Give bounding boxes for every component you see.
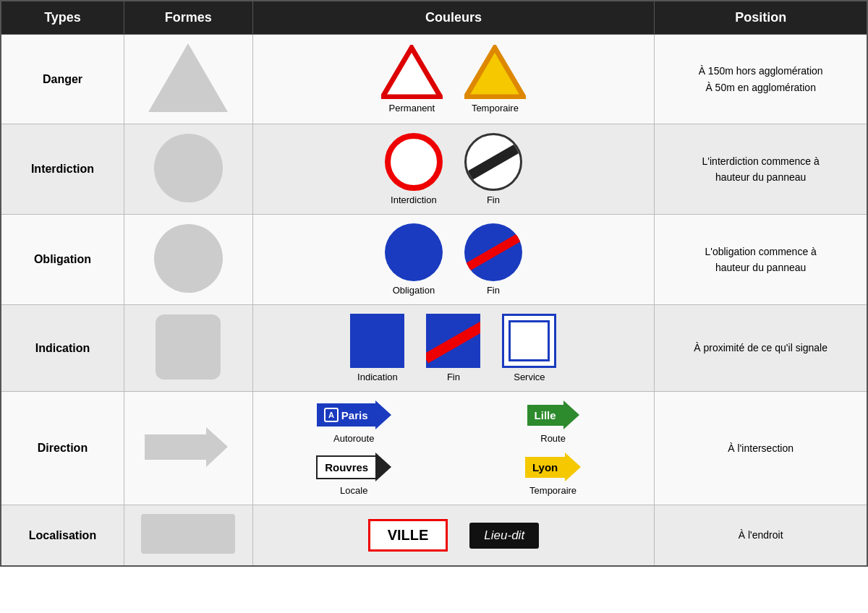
sign-interdiction-label: Interdiction — [391, 194, 437, 205]
forme-indication — [124, 305, 252, 392]
sign-fin-indication: Fin — [426, 314, 480, 382]
couleurs-localisation: VILLE Lieu-dit — [252, 505, 655, 567]
locale-caption: Locale — [340, 485, 367, 496]
sign-fin-interdiction-label: Fin — [487, 194, 500, 205]
row-indication: Indication Indication Fin Servi — [1, 305, 867, 392]
autoroute-caption: Autoroute — [333, 433, 374, 444]
arrow-shape — [145, 427, 231, 467]
svg-marker-0 — [383, 48, 441, 97]
type-interdiction: Interdiction — [1, 124, 124, 215]
direction-signs: A Paris Autoroute Lille Route — [259, 400, 649, 496]
couleurs-indication: Indication Fin Service — [252, 305, 655, 392]
obligation-circle — [385, 223, 443, 281]
couleurs-danger: Permanent Temporaire — [252, 35, 655, 124]
obligation-signs: Obligation Fin — [259, 223, 649, 296]
sign-fin-interdiction: Fin — [464, 133, 522, 205]
indication-signs: Indication Fin Service — [259, 314, 649, 382]
svg-marker-1 — [466, 48, 524, 97]
header-position: Position — [655, 1, 867, 35]
road-signs-table: Types Formes Couleurs Position Danger Pe… — [0, 0, 868, 567]
fin-indication-square — [426, 314, 480, 368]
route-label-body: Lille — [527, 405, 563, 426]
sign-temporaire-dir: Lyon Temporaire — [525, 453, 581, 496]
forme-interdiction — [124, 124, 252, 215]
circle-shape — [154, 134, 223, 202]
sign-obligation-label: Obligation — [393, 285, 435, 296]
header-couleurs: Couleurs — [252, 1, 655, 35]
sign-autoroute: A Paris Autoroute — [317, 400, 391, 444]
type-indication: Indication — [1, 305, 124, 392]
row-interdiction: Interdiction Interdiction Fin L'inte — [1, 124, 867, 215]
forme-obligation — [124, 215, 252, 305]
sign-obligation-main: Obligation — [385, 223, 443, 296]
type-obligation: Obligation — [1, 215, 124, 305]
locale-label-body: Rouvres — [316, 455, 375, 479]
sign-indication-label: Indication — [357, 372, 398, 382]
route-arrow-point — [563, 400, 579, 429]
row-localisation: Localisation VILLE Lieu-dit À l'endroit — [1, 505, 867, 567]
sign-route: Lille Route — [527, 400, 579, 444]
route-arrow-wrap: Lille — [527, 400, 579, 429]
row-direction: Direction A Paris Autoroute — [1, 392, 867, 505]
route-caption: Route — [540, 433, 566, 444]
danger-temporaire-svg — [464, 45, 526, 99]
motorway-icon: A — [324, 408, 339, 422]
sign-fin-obligation-label: Fin — [487, 285, 500, 296]
forme-danger — [124, 35, 252, 124]
temporaire-arrow-point — [565, 453, 581, 481]
sign-interdiction-main: Interdiction — [385, 133, 443, 205]
locale-arrow-wrap: Rouvres — [316, 453, 391, 481]
sign-temporaire: Temporaire — [464, 45, 526, 113]
locale-arrow-point — [375, 453, 391, 481]
interdiction-signs: Interdiction Fin — [259, 133, 649, 205]
sign-indication-blue: Indication — [350, 314, 404, 382]
indication-blue-square — [350, 314, 404, 368]
type-direction: Direction — [1, 392, 124, 505]
sign-fin-obligation: Fin — [464, 223, 522, 296]
ville-sign: VILLE — [368, 519, 448, 552]
autoroute-text: Paris — [341, 409, 368, 421]
position-localisation: À l'endroit — [655, 505, 867, 567]
autoroute-arrow-wrap: A Paris — [317, 400, 391, 429]
triangle-shape — [148, 43, 228, 112]
row-obligation: Obligation Obligation Fin L'obligati — [1, 215, 867, 305]
type-danger: Danger — [1, 35, 124, 124]
couleurs-interdiction: Interdiction Fin — [252, 124, 655, 215]
temporaire-label-body: Lyon — [525, 457, 565, 478]
service-square — [502, 314, 556, 368]
autoroute-arrow-point — [375, 400, 391, 429]
rounded-rect-shape — [156, 314, 221, 380]
sign-fin-indication-label: Fin — [447, 372, 460, 382]
sign-locale: Rouvres Locale — [316, 453, 391, 496]
autoroute-label-body: A Paris — [317, 403, 375, 426]
position-interdiction: L'interdiction commence àhauteur du pann… — [655, 124, 867, 215]
header-formes: Formes — [124, 1, 252, 35]
sign-lieu-dit: Lieu-dit — [469, 523, 539, 549]
danger-permanent-svg — [381, 45, 443, 99]
row-danger: Danger Permanent Tempo — [1, 35, 867, 124]
position-danger: À 150m hors agglomérationÀ 50m en agglom… — [655, 35, 867, 124]
localisation-signs: VILLE Lieu-dit — [259, 519, 649, 552]
type-localisation: Localisation — [1, 505, 124, 567]
position-obligation: L'obligation commence àhauteur du pannea… — [655, 215, 867, 305]
temporaire-arrow-wrap: Lyon — [525, 453, 581, 481]
sign-temporaire-label: Temporaire — [472, 103, 519, 113]
sign-permanent-label: Permanent — [389, 103, 435, 113]
position-indication: À proximité de ce qu'il signale — [655, 305, 867, 392]
sign-permanent: Permanent — [381, 45, 443, 113]
forme-localisation — [124, 505, 252, 567]
circle-shape-2 — [154, 224, 223, 293]
lieu-dit-sign: Lieu-dit — [469, 523, 539, 549]
sign-ville: VILLE — [368, 519, 448, 552]
position-direction: À l'intersection — [655, 392, 867, 505]
sign-service: Service — [502, 314, 556, 382]
temporaire-caption: Temporaire — [529, 485, 576, 496]
sign-service-label: Service — [514, 372, 545, 382]
fin-obligation-circle — [464, 223, 522, 281]
fin-interdiction-circle — [464, 133, 522, 191]
header-types: Types — [1, 1, 124, 35]
interdiction-circle — [385, 133, 443, 191]
danger-signs: Permanent Temporaire — [259, 45, 649, 113]
couleurs-obligation: Obligation Fin — [252, 215, 655, 305]
couleurs-direction: A Paris Autoroute Lille Route — [252, 392, 655, 505]
